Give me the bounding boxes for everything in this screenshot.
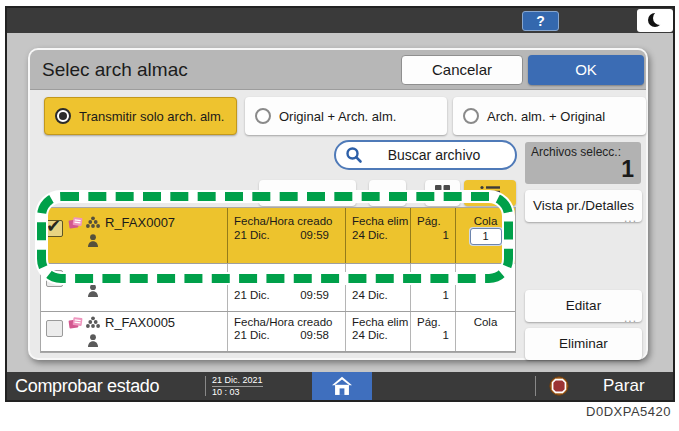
- group-destination-icon: [86, 316, 100, 329]
- file-name: R_FAX0007: [105, 215, 175, 230]
- ok-button[interactable]: OK: [528, 55, 644, 85]
- sender-person-icon: [87, 334, 99, 348]
- figure-code: D0DXPA5420: [586, 404, 671, 419]
- option-label: Arch. alm. + Original: [487, 109, 605, 124]
- col-header-pages: Pág.: [417, 316, 449, 329]
- sender-person-icon: [87, 284, 99, 298]
- radio-icon: [463, 108, 479, 124]
- stored-files-list: R_FAX0007 Fecha/Hora creado 21 Dic.09:59…: [40, 207, 516, 353]
- radio-selected-icon: [55, 108, 71, 124]
- option-label: Original + Arch. alm.: [279, 109, 396, 124]
- datetime-display: 21 Dic. 2021 10 : 03: [212, 375, 263, 397]
- created-time: 09:59: [300, 288, 329, 302]
- file-row-r-fax0007[interactable]: R_FAX0007 Fecha/Hora creado 21 Dic.09:59…: [41, 208, 515, 264]
- col-header-delete: Fecha elim: [352, 316, 410, 329]
- edit-button[interactable]: Editar ...: [525, 290, 642, 322]
- help-icon: ?: [536, 13, 545, 29]
- group-destination-icon: [86, 216, 100, 229]
- sort-order-button[interactable]: [369, 180, 406, 206]
- created-time: 09:58: [300, 329, 329, 342]
- moon-icon: [648, 13, 662, 27]
- selected-files-counter: Archivos selecc.: 1: [525, 142, 641, 184]
- option-transmit-stored-only[interactable]: Transmitir solo arch. alm.: [44, 97, 237, 135]
- col-header-pages: Pág.: [417, 214, 449, 228]
- file-checkbox[interactable]: [46, 220, 63, 237]
- created-date: 21 Dic.: [234, 288, 270, 302]
- file-row-hidden[interactable]: 21 Dic.09:59 24 Dic. 1: [41, 264, 515, 312]
- dialog-header: Selec arch almac Cancelar OK: [30, 50, 646, 90]
- queue-count-input[interactable]: 1: [470, 228, 502, 245]
- select-stored-file-dialog: Selec arch almac Cancelar OK Transmitir …: [28, 48, 648, 360]
- file-row-r-fax0005[interactable]: R_FAX0005 Fecha/Hora creado 21 Dic.09:58…: [41, 312, 515, 352]
- col-header-created: Fecha/Hora creado: [234, 316, 339, 329]
- check-status-button[interactable]: Comprobar estado: [15, 372, 159, 400]
- thumbnail-view-button[interactable]: [425, 180, 460, 206]
- home-icon: [331, 376, 353, 396]
- search-icon: [345, 146, 363, 164]
- search-file-button[interactable]: Buscar archivo: [334, 140, 517, 170]
- sort-dropdown[interactable]: [259, 180, 356, 206]
- date-text: 21 Dic. 2021: [212, 375, 263, 387]
- file-checkbox[interactable]: [46, 320, 63, 337]
- stop-label: Parar: [603, 372, 645, 400]
- radio-icon: [255, 108, 271, 124]
- list-view-icon: [480, 185, 500, 199]
- file-checkbox[interactable]: [46, 270, 63, 287]
- device-screen: ? Selec arch almac Cancelar OK Transmiti…: [7, 8, 673, 400]
- created-time: 09:59: [300, 228, 329, 242]
- list-view-button[interactable]: [464, 180, 516, 206]
- delete-date: 24 Dic.: [352, 288, 410, 302]
- help-button[interactable]: ?: [522, 11, 559, 31]
- delete-date: 24 Dic.: [352, 228, 410, 242]
- grid-view-icon: [435, 185, 450, 199]
- more-dots: ...: [624, 212, 637, 224]
- divider: [535, 376, 536, 396]
- delete-date: 24 Dic.: [352, 329, 410, 342]
- col-header-queue: Cola: [456, 316, 515, 329]
- pages-value: 1: [417, 228, 449, 242]
- created-date: 21 Dic.: [234, 329, 270, 342]
- cancel-button[interactable]: Cancelar: [401, 55, 523, 85]
- bottom-status-bar: Comprobar estado 21 Dic. 2021 10 : 03 Pa…: [7, 372, 673, 400]
- divider: [205, 376, 206, 396]
- selected-files-count: 1: [621, 156, 634, 183]
- top-system-bar: ?: [7, 8, 673, 33]
- energy-saver-button[interactable]: [637, 9, 673, 32]
- search-label: Buscar archivo: [363, 147, 515, 163]
- option-label: Transmitir solo arch. alm.: [79, 109, 224, 124]
- pages-value: 1: [417, 288, 449, 302]
- col-header-created: Fecha/Hora creado: [234, 214, 339, 228]
- sender-person-icon: [87, 234, 99, 248]
- selected-files-label: Archivos selecc.:: [531, 145, 635, 159]
- stop-icon: [549, 376, 569, 396]
- fax-document-icon: [68, 316, 83, 330]
- created-date: 21 Dic.: [234, 228, 270, 242]
- pages-value: 1: [417, 329, 449, 342]
- time-text: 10 : 03: [212, 387, 240, 397]
- home-button[interactable]: [312, 372, 372, 400]
- file-name: R_FAX0005: [105, 315, 175, 330]
- dialog-title: Selec arch almac: [42, 50, 188, 90]
- more-dots: ...: [624, 312, 637, 324]
- col-header-delete: Fecha elim: [352, 214, 410, 228]
- fax-document-icon: [68, 216, 83, 230]
- delete-button[interactable]: Eliminar: [525, 328, 642, 360]
- stop-button[interactable]: Parar: [547, 372, 673, 400]
- option-original-plus-stored[interactable]: Original + Arch. alm.: [245, 97, 447, 135]
- preview-details-button[interactable]: Vista pr./Detalles ...: [525, 190, 642, 222]
- option-stored-plus-original[interactable]: Arch. alm. + Original: [453, 97, 646, 135]
- col-header-queue: Cola: [456, 214, 515, 228]
